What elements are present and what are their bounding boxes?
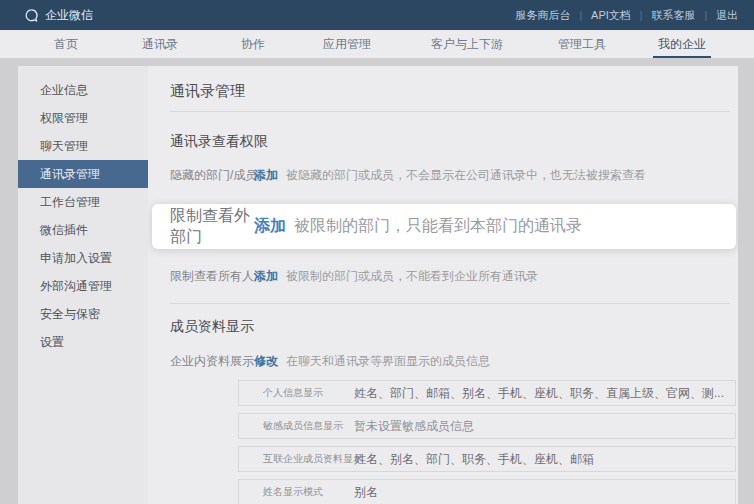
sidebar-item-join-settings[interactable]: 申请加入设置: [18, 244, 148, 272]
topbar-link-service-provider[interactable]: 服务商后台: [506, 8, 579, 23]
sidebar-item-workbench-management[interactable]: 工作台管理: [18, 188, 148, 216]
topbar-link-logout[interactable]: 退出: [707, 8, 740, 23]
tab-my-company[interactable]: 我的企业: [632, 30, 732, 58]
app-logo[interactable]: 企业微信: [24, 7, 93, 24]
add-link[interactable]: 添加: [254, 167, 278, 184]
section-heading-member-profile: 成员资料显示: [170, 318, 738, 336]
tab-customers[interactable]: 客户与上下游: [402, 30, 532, 58]
setting-label: 隐藏的部门/成员: [170, 167, 254, 184]
sidebar-item-external-communication[interactable]: 外部沟通管理: [18, 272, 148, 300]
setting-row-internal-profile: 企业内资料展示 修改 在聊天和通讯录等界面显示的成员信息: [170, 353, 738, 370]
detail-row-sensitive-info: 敏感成员信息显示 暂未设置敏感成员信息: [238, 413, 736, 439]
main-content: 通讯录管理 通讯录查看权限 隐藏的部门/成员 添加 被隐藏的部门或成员，不会显示…: [148, 66, 738, 504]
main-nav: 首页 通讯录 协作 应用管理 客户与上下游 管理工具 我的企业: [0, 30, 754, 58]
settings-sidebar: 企业信息 权限管理 聊天管理 通讯录管理 工作台管理 微信插件 申请加入设置 外…: [18, 66, 148, 504]
topbar-links: 服务商后台 | API文档 | 联系客服 | 退出: [506, 8, 740, 23]
detail-value: 姓名、别名、部门、职务、手机、座机、邮箱: [354, 451, 604, 468]
modify-link[interactable]: 修改: [254, 353, 278, 370]
detail-label: 个人信息显示: [263, 386, 354, 400]
setting-row-restrict-view-all: 限制查看所有人 添加 被限制的部门或成员，不能看到企业所有通讯录: [170, 268, 738, 285]
setting-description: 在聊天和通讯录等界面显示的成员信息: [286, 353, 490, 370]
detail-row-name-display-mode: 姓名显示模式 别名: [238, 479, 736, 504]
tab-collaboration[interactable]: 协作: [214, 30, 292, 58]
sidebar-item-security[interactable]: 安全与保密: [18, 300, 148, 328]
section-heading-view-permissions: 通讯录查看权限: [170, 133, 738, 151]
spotlight-highlight-box: 限制查看外部门 添加 被限制的部门，只能看到本部门的通讯录: [152, 204, 736, 249]
detail-value: 别名: [354, 484, 388, 501]
content-panel: 企业信息 权限管理 聊天管理 通讯录管理 工作台管理 微信插件 申请加入设置 外…: [18, 66, 738, 504]
setting-description: 被限制的部门或成员，不能看到企业所有通讯录: [286, 268, 538, 285]
detail-row-linked-company-profile: 互联企业成员资料显示 姓名、别名、部门、职务、手机、座机、邮箱: [238, 446, 736, 472]
tab-contacts[interactable]: 通讯录: [106, 30, 214, 58]
tab-home[interactable]: 首页: [26, 30, 106, 58]
setting-label: 限制查看外部门: [170, 206, 254, 248]
setting-row-hidden-departments: 隐藏的部门/成员 添加 被隐藏的部门或成员，不会显示在公司通讯录中，也无法被搜索…: [170, 167, 738, 184]
app-title: 企业微信: [45, 7, 93, 24]
sidebar-item-wechat-plugin[interactable]: 微信插件: [18, 216, 148, 244]
topbar-link-contact-support[interactable]: 联系客服: [642, 8, 704, 23]
sidebar-item-settings[interactable]: 设置: [18, 328, 148, 356]
sidebar-item-company-info[interactable]: 企业信息: [18, 76, 148, 104]
add-link[interactable]: 添加: [254, 268, 278, 285]
detail-label: 互联企业成员资料显示: [263, 452, 354, 466]
setting-label: 限制查看所有人: [170, 268, 254, 285]
sidebar-item-permission-management[interactable]: 权限管理: [18, 104, 148, 132]
topbar: 企业微信 服务商后台 | API文档 | 联系客服 | 退出: [0, 0, 754, 30]
tab-admin-tools[interactable]: 管理工具: [532, 30, 632, 58]
setting-description: 被隐藏的部门或成员，不会显示在公司通讯录中，也无法被搜索查看: [286, 167, 646, 184]
detail-label: 姓名显示模式: [263, 485, 354, 499]
detail-label: 敏感成员信息显示: [263, 419, 354, 433]
page-title: 通讯录管理: [170, 66, 738, 111]
detail-value: 暂未设置敏感成员信息: [354, 418, 484, 435]
setting-description: 被限制的部门，只能看到本部门的通讯录: [294, 216, 582, 237]
sidebar-item-chat-management[interactable]: 聊天管理: [18, 132, 148, 160]
detail-row-personal-info: 个人信息显示 姓名、部门、邮箱、别名、手机、座机、职务、直属上级、官网、测...: [238, 380, 736, 406]
topbar-link-api-docs[interactable]: API文档: [582, 8, 640, 23]
profile-detail-list: 个人信息显示 姓名、部门、邮箱、别名、手机、座机、职务、直属上级、官网、测...…: [238, 380, 736, 504]
divider: [170, 111, 730, 112]
detail-value: 姓名、部门、邮箱、别名、手机、座机、职务、直属上级、官网、测...: [354, 385, 734, 402]
tab-app-management[interactable]: 应用管理: [292, 30, 402, 58]
add-link[interactable]: 添加: [254, 216, 286, 237]
setting-label: 企业内资料展示: [170, 353, 254, 370]
wechat-work-logo-icon: [24, 8, 39, 23]
sidebar-item-contacts-management[interactable]: 通讯录管理: [18, 160, 148, 188]
divider: [170, 303, 730, 304]
